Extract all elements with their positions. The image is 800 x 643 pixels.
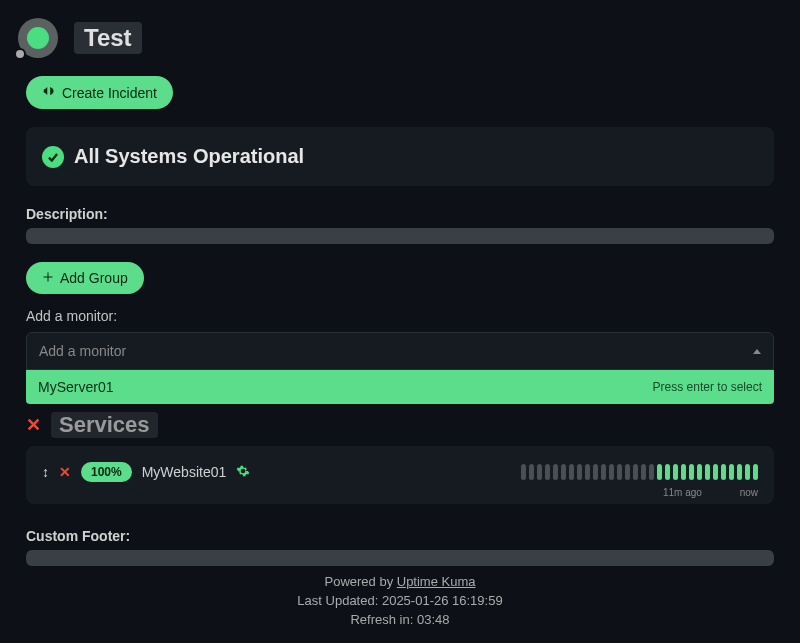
heartbeat-tick <box>697 464 702 480</box>
group-name[interactable]: Services <box>51 412 158 438</box>
powered-by-link[interactable]: Uptime Kuma <box>397 574 476 589</box>
gear-icon[interactable] <box>236 464 250 481</box>
heartbeat-tick <box>601 464 606 480</box>
app-logo[interactable] <box>18 18 58 58</box>
monitor-card: ↕ ✕ 100% MyWebsite01 11m ago now <box>26 446 774 504</box>
heartbeat-time-labels: 11m ago now <box>523 487 758 498</box>
heartbeat-left-label: 11m ago <box>663 487 702 498</box>
header: Test <box>0 0 800 66</box>
heartbeat-tick <box>521 464 526 480</box>
heartbeat-tick <box>577 464 582 480</box>
uptime-badge: 100% <box>81 462 132 482</box>
heartbeat-tick <box>721 464 726 480</box>
monitor-name: MyWebsite01 <box>142 464 227 480</box>
monitor-select-input[interactable]: Add a monitor <box>26 332 774 370</box>
remove-monitor-button[interactable]: ✕ <box>59 464 71 480</box>
heartbeat-tick <box>561 464 566 480</box>
status-message: All Systems Operational <box>74 145 304 168</box>
heartbeat-tick <box>537 464 542 480</box>
custom-footer-input[interactable] <box>26 550 774 566</box>
heartbeat-tick <box>529 464 534 480</box>
heartbeat-tick <box>545 464 550 480</box>
heartbeat-tick <box>633 464 638 480</box>
system-status-bar: All Systems Operational <box>26 127 774 186</box>
heartbeat-tick <box>673 464 678 480</box>
heartbeat-tick <box>729 464 734 480</box>
refresh-in: Refresh in: 03:48 <box>26 610 774 629</box>
heartbeat-tick <box>681 464 686 480</box>
remove-group-button[interactable]: ✕ <box>26 414 41 436</box>
add-group-button[interactable]: Add Group <box>26 262 144 294</box>
heartbeat-tick <box>593 464 598 480</box>
group-header: ✕ Services <box>26 412 774 438</box>
description-input[interactable] <box>26 228 774 244</box>
heartbeat-tick <box>617 464 622 480</box>
page-title[interactable]: Test <box>74 22 142 54</box>
heartbeat-tick <box>705 464 710 480</box>
create-incident-button[interactable]: Create Incident <box>26 76 173 109</box>
heartbeat-tick <box>745 464 750 480</box>
heartbeat-tick <box>753 464 758 480</box>
heartbeat-tick <box>665 464 670 480</box>
heartbeat-tick <box>641 464 646 480</box>
heartbeat-tick <box>737 464 742 480</box>
last-updated: Last Updated: 2025-01-26 16:19:59 <box>26 591 774 610</box>
add-group-label: Add Group <box>60 270 128 286</box>
heartbeat-tick <box>657 464 662 480</box>
heartbeat-tick <box>585 464 590 480</box>
drag-handle-icon[interactable]: ↕ <box>42 464 49 480</box>
monitor-select-placeholder: Add a monitor <box>39 343 126 359</box>
heartbeat-bar <box>521 464 758 480</box>
plus-icon <box>42 270 54 286</box>
add-monitor-label: Add a monitor: <box>26 308 774 324</box>
monitor-select-option[interactable]: MyServer01 Press enter to select <box>26 370 774 404</box>
heartbeat-tick <box>569 464 574 480</box>
description-label: Description: <box>26 206 774 222</box>
heartbeat-tick <box>553 464 558 480</box>
monitor-select: Add a monitor MyServer01 Press enter to … <box>26 332 774 404</box>
heartbeat-tick <box>649 464 654 480</box>
option-hint: Press enter to select <box>653 380 762 394</box>
heartbeat-tick <box>625 464 630 480</box>
heartbeat-right-label: now <box>740 487 758 498</box>
heartbeat-tick <box>689 464 694 480</box>
heartbeat-tick <box>609 464 614 480</box>
heartbeat-tick <box>713 464 718 480</box>
megaphone-icon <box>42 84 56 101</box>
powered-by: Powered by Uptime Kuma <box>26 572 774 591</box>
chevron-up-icon <box>753 349 761 354</box>
option-label: MyServer01 <box>38 379 113 395</box>
create-incident-label: Create Incident <box>62 85 157 101</box>
custom-footer-label: Custom Footer: <box>26 528 774 544</box>
check-circle-icon <box>42 146 64 168</box>
